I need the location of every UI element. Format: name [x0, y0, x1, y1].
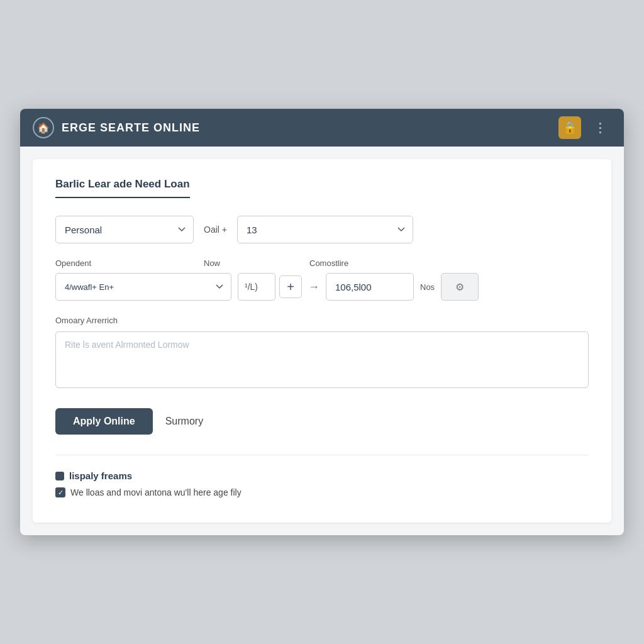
more-options-button[interactable]: ⋮ — [589, 118, 611, 138]
field-labels-row: Opendent Now Comostlire — [55, 258, 589, 268]
lock-icon: 🔒 — [558, 116, 581, 139]
navbar-title: ERGE SEARTE ONLINE — [62, 121, 551, 135]
now-value-display: ¹/L) — [238, 273, 275, 301]
comostlire-label: Comostlire — [309, 258, 348, 268]
nos-label: Nos — [420, 282, 435, 292]
now-group: ¹/L) + — [238, 273, 302, 301]
bullet-icon — [55, 472, 64, 480]
bottom-section: lispaly freams We lloas and movi antona … — [55, 455, 589, 497]
navbar-logo-icon: 🏠 — [33, 117, 54, 138]
bottom-heading-text: lispaly freams — [69, 470, 132, 481]
row-dropdowns: Personal Oail + 13 — [55, 216, 589, 243]
row-inputs: 4/wwafl+ En+ ¹/L) + → 106,5l00 Nos ⚙ — [55, 273, 589, 301]
loan-type-dropdown[interactable]: Personal — [55, 216, 194, 243]
compound-dropdown[interactable]: 4/wwafl+ En+ — [55, 273, 231, 301]
now-label: Now — [204, 258, 304, 268]
home-icon: 🏠 — [37, 122, 50, 134]
description-textarea[interactable] — [55, 331, 589, 388]
action-buttons: Apply Online Surmory — [55, 408, 589, 435]
bottom-item: We lloas and movi antona wu'll here age … — [55, 487, 589, 497]
plus-button[interactable]: + — [279, 275, 302, 298]
apply-online-button[interactable]: Apply Online — [55, 408, 153, 435]
bottom-item-text: We lloas and movi antona wu'll here age … — [70, 487, 242, 497]
surmory-button[interactable]: Surmory — [165, 416, 203, 427]
arrow-icon: → — [308, 280, 319, 294]
omoary-label: Omoary Arrerrich — [55, 316, 589, 325]
section-title: Barlic Lear ade Need Loan — [55, 178, 190, 198]
settings-button[interactable]: ⚙ — [441, 273, 479, 301]
amount-display: 106,5l00 — [326, 273, 414, 301]
bottom-heading: lispaly freams — [55, 470, 589, 481]
app-window: 🏠 ERGE SEARTE ONLINE 🔒 ⋮ Barlic Lear ade… — [20, 109, 624, 535]
navbar: 🏠 ERGE SEARTE ONLINE 🔒 ⋮ — [20, 109, 624, 147]
opendent-label: Opendent — [55, 258, 194, 268]
checkbox-icon[interactable] — [55, 487, 65, 497]
main-content: Barlic Lear ade Need Loan Personal Oail … — [33, 159, 611, 523]
oail-label: Oail + — [204, 225, 227, 235]
oail-dropdown[interactable]: 13 — [237, 216, 413, 243]
